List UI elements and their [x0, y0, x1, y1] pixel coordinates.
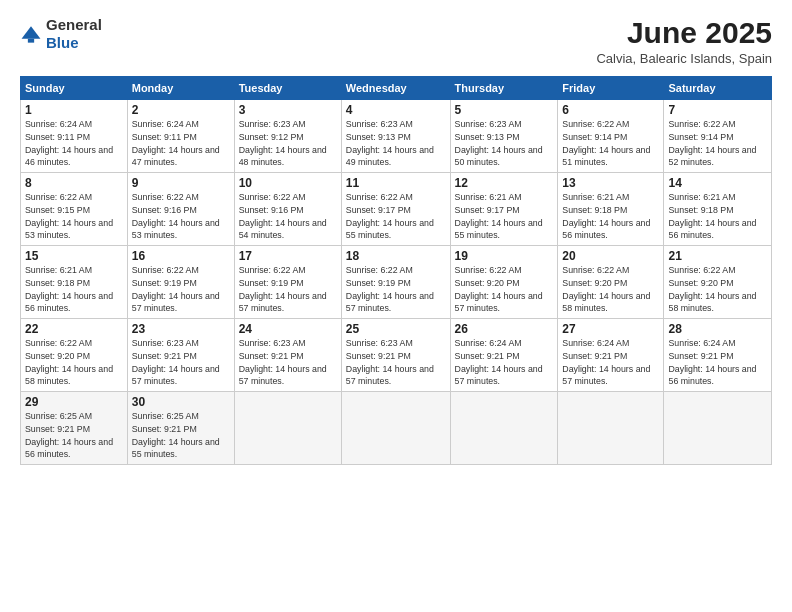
- logo-blue: Blue: [46, 34, 102, 52]
- header: General Blue June 2025 Calvia, Balearic …: [20, 16, 772, 66]
- day-13: 13 Sunrise: 6:21 AMSunset: 9:18 PMDaylig…: [558, 173, 664, 246]
- header-saturday: Saturday: [664, 77, 772, 100]
- day-16: 16 Sunrise: 6:22 AMSunset: 9:19 PMDaylig…: [127, 246, 234, 319]
- logo: General Blue: [20, 16, 102, 52]
- svg-marker-0: [22, 26, 41, 39]
- week-row-4: 22 Sunrise: 6:22 AMSunset: 9:20 PMDaylig…: [21, 319, 772, 392]
- day-3: 3 Sunrise: 6:23 AMSunset: 9:12 PMDayligh…: [234, 100, 341, 173]
- day-18: 18 Sunrise: 6:22 AMSunset: 9:19 PMDaylig…: [341, 246, 450, 319]
- header-monday: Monday: [127, 77, 234, 100]
- empty-cell-4: [558, 392, 664, 465]
- title-area: June 2025 Calvia, Balearic Islands, Spai…: [596, 16, 772, 66]
- page: General Blue June 2025 Calvia, Balearic …: [0, 0, 792, 612]
- day-4: 4 Sunrise: 6:23 AMSunset: 9:13 PMDayligh…: [341, 100, 450, 173]
- location-subtitle: Calvia, Balearic Islands, Spain: [596, 51, 772, 66]
- day-15: 15 Sunrise: 6:21 AMSunset: 9:18 PMDaylig…: [21, 246, 128, 319]
- calendar-table: Sunday Monday Tuesday Wednesday Thursday…: [20, 76, 772, 465]
- day-19: 19 Sunrise: 6:22 AMSunset: 9:20 PMDaylig…: [450, 246, 558, 319]
- header-tuesday: Tuesday: [234, 77, 341, 100]
- day-22: 22 Sunrise: 6:22 AMSunset: 9:20 PMDaylig…: [21, 319, 128, 392]
- day-9: 9 Sunrise: 6:22 AMSunset: 9:16 PMDayligh…: [127, 173, 234, 246]
- header-thursday: Thursday: [450, 77, 558, 100]
- svg-rect-1: [28, 39, 34, 43]
- week-row-5: 29 Sunrise: 6:25 AMSunset: 9:21 PMDaylig…: [21, 392, 772, 465]
- header-friday: Friday: [558, 77, 664, 100]
- logo-icon: [20, 23, 42, 45]
- day-11: 11 Sunrise: 6:22 AMSunset: 9:17 PMDaylig…: [341, 173, 450, 246]
- day-29: 29 Sunrise: 6:25 AMSunset: 9:21 PMDaylig…: [21, 392, 128, 465]
- week-row-3: 15 Sunrise: 6:21 AMSunset: 9:18 PMDaylig…: [21, 246, 772, 319]
- day-26: 26 Sunrise: 6:24 AMSunset: 9:21 PMDaylig…: [450, 319, 558, 392]
- day-12: 12 Sunrise: 6:21 AMSunset: 9:17 PMDaylig…: [450, 173, 558, 246]
- logo-text: General Blue: [46, 16, 102, 52]
- day-1: 1 Sunrise: 6:24 AMSunset: 9:11 PMDayligh…: [21, 100, 128, 173]
- weekday-header-row: Sunday Monday Tuesday Wednesday Thursday…: [21, 77, 772, 100]
- day-20: 20 Sunrise: 6:22 AMSunset: 9:20 PMDaylig…: [558, 246, 664, 319]
- day-21: 21 Sunrise: 6:22 AMSunset: 9:20 PMDaylig…: [664, 246, 772, 319]
- day-8: 8 Sunrise: 6:22 AMSunset: 9:15 PMDayligh…: [21, 173, 128, 246]
- day-6: 6 Sunrise: 6:22 AMSunset: 9:14 PMDayligh…: [558, 100, 664, 173]
- day-14: 14 Sunrise: 6:21 AMSunset: 9:18 PMDaylig…: [664, 173, 772, 246]
- day-7: 7 Sunrise: 6:22 AMSunset: 9:14 PMDayligh…: [664, 100, 772, 173]
- empty-cell-2: [341, 392, 450, 465]
- week-row-2: 8 Sunrise: 6:22 AMSunset: 9:15 PMDayligh…: [21, 173, 772, 246]
- day-30: 30 Sunrise: 6:25 AMSunset: 9:21 PMDaylig…: [127, 392, 234, 465]
- day-17: 17 Sunrise: 6:22 AMSunset: 9:19 PMDaylig…: [234, 246, 341, 319]
- empty-cell-1: [234, 392, 341, 465]
- empty-cell-3: [450, 392, 558, 465]
- day-10: 10 Sunrise: 6:22 AMSunset: 9:16 PMDaylig…: [234, 173, 341, 246]
- day-24: 24 Sunrise: 6:23 AMSunset: 9:21 PMDaylig…: [234, 319, 341, 392]
- week-row-1: 1 Sunrise: 6:24 AMSunset: 9:11 PMDayligh…: [21, 100, 772, 173]
- header-sunday: Sunday: [21, 77, 128, 100]
- day-23: 23 Sunrise: 6:23 AMSunset: 9:21 PMDaylig…: [127, 319, 234, 392]
- day-5: 5 Sunrise: 6:23 AMSunset: 9:13 PMDayligh…: [450, 100, 558, 173]
- day-27: 27 Sunrise: 6:24 AMSunset: 9:21 PMDaylig…: [558, 319, 664, 392]
- header-wednesday: Wednesday: [341, 77, 450, 100]
- day-25: 25 Sunrise: 6:23 AMSunset: 9:21 PMDaylig…: [341, 319, 450, 392]
- day-28: 28 Sunrise: 6:24 AMSunset: 9:21 PMDaylig…: [664, 319, 772, 392]
- logo-general: General: [46, 16, 102, 34]
- day-2: 2 Sunrise: 6:24 AMSunset: 9:11 PMDayligh…: [127, 100, 234, 173]
- empty-cell-5: [664, 392, 772, 465]
- month-title: June 2025: [596, 16, 772, 49]
